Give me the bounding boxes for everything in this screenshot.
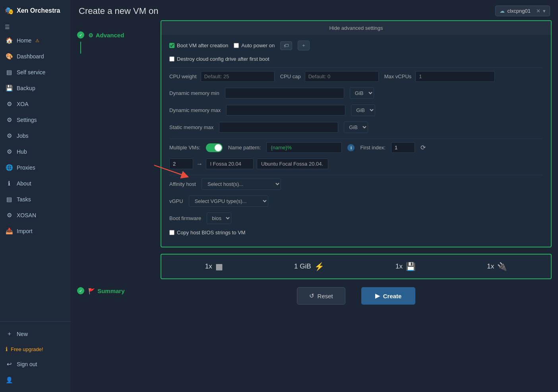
logo-icon: 🎭 [5,6,14,15]
separator-3 [169,175,543,175]
static-mem-max-unit-select[interactable]: GiBMiB [344,122,368,133]
create-button[interactable]: ▶ Create [361,287,416,305]
multiple-vms-toggle[interactable] [206,143,223,152]
about-icon: ℹ [6,180,13,187]
vgpu-label: vGPU [169,198,183,204]
name-pattern-info-icon[interactable]: i [347,144,355,151]
sidebar-item-self-service[interactable]: ▤ Self service [0,64,71,80]
affinity-host-row: Affinity host Select host(s)... [169,178,543,190]
boot-vm-checkbox-label[interactable]: Boot VM after creation [169,42,228,48]
dyn-mem-min-row: Dynamic memory min GiBMiB [169,87,543,99]
backup-icon: 💾 [6,85,13,92]
first-index-label: First index: [360,145,386,151]
destroy-cloud-checkbox[interactable] [169,56,174,62]
tag-button[interactable]: 🏷 [280,41,292,50]
destroy-cloud-checkbox-label[interactable]: Destroy cloud config drive after first b… [169,56,269,62]
steps-sidebar: ✓ ⚙ Advanced ✓ 🚩 Summary [71,20,154,392]
new-icon: ＋ [6,330,13,338]
name-pattern-label: Name pattern: [228,145,261,151]
dyn-mem-min-unit-select[interactable]: GiBMiB [350,87,374,99]
sidebar-item-proxies[interactable]: 🌐 Proxies [0,160,71,176]
close-icon[interactable]: ✕ [536,8,541,14]
sidebar-nav: 🏠 Home ⚠ 🎨 Dashboard ▤ Self service 💾 Ba… [0,33,71,321]
dyn-mem-min-input[interactable] [225,88,344,98]
main-content: Create a new VM on ☁ clxcpng01 ✕ ▾ ✓ ⚙ A… [71,0,558,392]
dyn-mem-max-label: Dynamic memory max [169,107,221,113]
hide-advanced-button[interactable]: Hide advanced settings [161,21,551,35]
summary-network: 1x 🔌 [487,262,507,271]
advanced-body: Boot VM after creation Auto power on 🏷 ＋ [161,35,551,247]
memory-icon: ⚡ [314,262,324,271]
tasks-icon: ▤ [6,196,13,203]
free-upgrade-banner[interactable]: ℹ Free upgrade! [0,342,71,356]
first-index-input[interactable] [391,142,415,153]
boot-vm-checkbox[interactable] [169,43,174,48]
tag-icon: 🏷 [284,43,289,48]
self-service-icon: ▤ [6,69,13,76]
auto-power-on-checkbox[interactable] [234,43,239,48]
add-tag-button[interactable]: ＋ [298,41,310,50]
info-icon: ℹ [6,346,8,352]
cpu-cap-group: CPU cap [280,71,379,82]
copy-bios-checkbox[interactable] [169,230,174,235]
copy-bios-checkbox-label[interactable]: Copy host BIOS strings to VM [169,230,246,236]
sidebar-item-tasks[interactable]: ▤ Tasks [0,191,71,207]
warning-badge: ⚠ [35,38,39,43]
sidebar-item-about[interactable]: ℹ About [0,176,71,191]
boot-firmware-select[interactable]: bios uefi [207,212,231,224]
sidebar-item-xoa[interactable]: ⚙ XOA [0,96,71,112]
page-title: Create a new VM on [79,6,159,16]
jobs-icon: ⚙ [6,132,13,139]
static-mem-max-input[interactable] [219,122,338,133]
sidebar-item-home[interactable]: 🏠 Home ⚠ [0,33,71,48]
sidebar-item-sign-out[interactable]: ↩ Sign out [0,356,71,372]
xosan-icon: ⚙ [6,212,13,219]
sidebar-item-new[interactable]: ＋ New [0,326,71,342]
step-connector [80,42,81,54]
summary-network-value: 1x [487,263,494,270]
separator-1 [169,68,543,68]
cpu-cap-input[interactable] [305,71,379,82]
sidebar-item-backup[interactable]: 💾 Backup [0,80,71,96]
affinity-host-select[interactable]: Select host(s)... [202,178,281,190]
page-header: Create a new VM on ☁ clxcpng01 ✕ ▾ [71,0,558,20]
refresh-button[interactable]: ⟳ [420,144,426,151]
step-circle-summary: ✓ [77,287,84,294]
dyn-mem-max-unit-select[interactable]: GiBMiB [351,104,375,116]
sidebar-item-hub[interactable]: ⚙ Hub [0,144,71,160]
sidebar-item-dashboard[interactable]: 🎨 Dashboard [0,48,71,64]
affinity-host-label: Affinity host [169,181,196,187]
host-selector[interactable]: ☁ clxcpng01 ✕ ▾ [495,6,550,16]
sidebar: 🎭 Xen Orchestra ☰ 🏠 Home ⚠ 🎨 Dashboard ▤… [0,0,71,392]
summary-section: 1x ▦ 1 GiB ⚡ 1x 💾 1x 🔌 [161,254,552,279]
boot-firmware-label: Boot firmware [169,215,201,221]
name-pattern-input[interactable] [266,142,342,153]
step-advanced: ✓ ⚙ Advanced [71,28,154,42]
cpu-cap-label: CPU cap [280,73,301,79]
cpu-row: CPU weight CPU cap Max vCPUs [169,71,543,82]
sidebar-item-jobs[interactable]: ⚙ Jobs [0,128,71,144]
vgpu-select[interactable]: Select VGPU type(s)... [189,195,268,207]
sidebar-item-import[interactable]: 📥 Import [0,223,71,239]
summary-disk-value: 1x [395,263,403,270]
summary-body: 1x ▦ 1 GiB ⚡ 1x 💾 1x 🔌 [161,255,551,278]
multiple-vms-label: Multiple VMs: [169,145,200,151]
vm-count-input[interactable] [169,158,193,169]
sidebar-item-settings[interactable]: ⚙ Settings [0,112,71,128]
hamburger-button[interactable]: ☰ [0,21,71,33]
summary-memory: 1 GiB ⚡ [294,262,324,271]
reset-button[interactable]: ↺ Reset [297,287,345,305]
sidebar-item-xosan[interactable]: ⚙ XOSAN [0,207,71,223]
form-panel: Hide advanced settings Boot VM after cre… [154,20,558,392]
arrow-icon: → [196,160,203,168]
sidebar-item-user[interactable]: 👤 [0,372,71,388]
cpu-weight-input[interactable] [201,71,275,82]
dashboard-icon: 🎨 [6,53,13,60]
max-vcpus-input[interactable] [415,71,495,82]
summary-cpu-value: 1x [205,263,212,270]
dyn-mem-max-input[interactable] [226,105,345,116]
auto-power-on-checkbox-label[interactable]: Auto power on [234,42,275,48]
destroy-cloud-row: Destroy cloud config drive after first b… [169,56,543,62]
chevron-down-icon[interactable]: ▾ [543,8,546,14]
vm-preview-row: → l Fossa 20.04 Ubuntu Focal Fossa 20.04… [169,158,543,169]
